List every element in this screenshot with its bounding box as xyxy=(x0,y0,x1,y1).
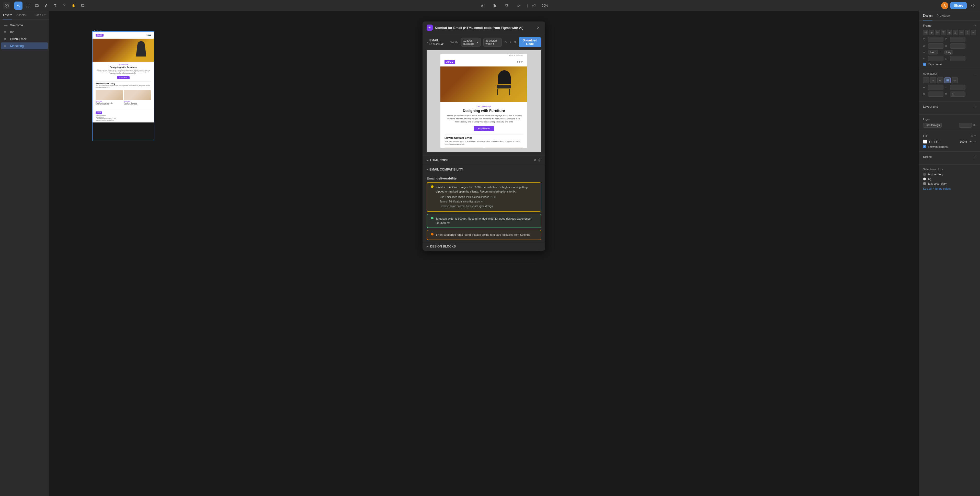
tab-prototype[interactable]: Prototype xyxy=(937,11,950,21)
x-input[interactable]: -300 xyxy=(928,37,943,42)
mini-text: Unleash your inner designer as we explor… xyxy=(95,69,151,75)
sidebar-item-welcome[interactable]: — Welcome xyxy=(1,22,48,29)
fill-hex-value[interactable]: FFFFFF xyxy=(929,140,958,143)
distribute-v[interactable]: ⋮ xyxy=(965,30,970,35)
more-align[interactable]: ··· xyxy=(971,30,976,35)
padding-input[interactable]: 0 xyxy=(950,85,966,90)
w-mode-select[interactable]: Fixed xyxy=(928,50,938,54)
fill-color-swatch[interactable] xyxy=(923,140,927,144)
warn-text: Email size is 2 mb. Larger than 100 kb e… xyxy=(436,185,537,209)
sel-color-dot-2[interactable] xyxy=(923,177,926,180)
shape-tool[interactable] xyxy=(33,2,41,10)
frame-preview[interactable]: ACME f t 📷 Our new article Designing wit… xyxy=(92,32,154,123)
sidebar-item-blush-email[interactable]: ≡ Blush-Email xyxy=(1,35,48,42)
sidebar-item-02[interactable]: ≡ 02 xyxy=(1,29,48,35)
inspect-tool[interactable]: ⧉ xyxy=(503,2,511,10)
modal-close-button[interactable]: ✕ xyxy=(535,24,541,31)
sel-color-dot-3[interactable] xyxy=(923,182,926,185)
align-center-h[interactable]: ⊕ xyxy=(929,30,934,35)
fill-add-icon[interactable]: + xyxy=(974,134,976,137)
width-select[interactable]: 1280px (Laptop) ▾ xyxy=(461,38,480,46)
tab-design[interactable]: Design xyxy=(923,11,932,21)
dir-more[interactable]: ··· xyxy=(951,77,958,83)
see-all-colors-link[interactable]: See all 7 library colors xyxy=(923,187,976,190)
auto-layout-minus[interactable]: − xyxy=(974,72,976,75)
fit-select[interactable]: fit-device-width ▾ xyxy=(484,38,502,47)
user-avatar[interactable]: A xyxy=(941,2,948,9)
info-icon[interactable]: ⓘ xyxy=(538,158,541,162)
sel-color-dot-1[interactable] xyxy=(923,173,926,176)
rotation-input[interactable]: 0° xyxy=(928,56,943,61)
radius-icon: ◻ xyxy=(945,57,948,60)
design-blocks-section[interactable]: ▶ DESIGN BLOCKS xyxy=(423,242,545,251)
bullet-text-1: Use Embedded image links instead of Base… xyxy=(440,195,493,199)
html-code-header[interactable]: ▶ HTML CODE ⧉ ⓘ xyxy=(423,155,545,165)
component-tool[interactable] xyxy=(60,2,68,10)
download-code-button[interactable]: Download Code xyxy=(519,37,541,47)
code-view-btn[interactable] xyxy=(969,2,977,10)
preview-play[interactable]: ▷ xyxy=(515,2,523,10)
dir-right[interactable]: → xyxy=(930,77,936,83)
refresh-icon[interactable]: ↻ xyxy=(504,40,507,44)
settings-icon[interactable]: ⚙ xyxy=(514,40,516,44)
padding-h-input[interactable]: 0 xyxy=(928,91,943,97)
sidebar-item-marketing[interactable]: ≡ Marketing xyxy=(1,42,48,49)
blend-mode-select[interactable]: Pass through xyxy=(923,123,942,128)
page-indicator[interactable]: Page 1 ▾ xyxy=(35,13,46,19)
layout-grid-add[interactable]: + xyxy=(974,105,976,108)
opacity-input[interactable]: 100% xyxy=(959,123,972,128)
html-code-section: ▶ HTML CODE ⧉ ⓘ xyxy=(423,155,545,165)
fill-expand-icon[interactable]: ⊞ xyxy=(970,134,973,137)
dir-align[interactable]: ⊞ xyxy=(945,77,951,83)
pen-tool[interactable] xyxy=(42,2,50,10)
padding-v-input[interactable] xyxy=(950,91,966,97)
frame-collapse-btn[interactable]: ▾ xyxy=(974,24,976,27)
ep-read-more[interactable]: Read More xyxy=(474,126,494,131)
distribute-h[interactable]: ⋯ xyxy=(959,30,964,35)
comment-tool[interactable] xyxy=(79,2,87,10)
frame-tool[interactable] xyxy=(24,2,32,10)
h-mode-select[interactable]: Hug xyxy=(945,50,953,54)
align-top[interactable]: ⊤ xyxy=(941,30,946,35)
h-input[interactable]: 1578 xyxy=(950,43,966,49)
copy-icon[interactable]: ⧉ xyxy=(534,158,536,162)
padding-h-icon: ⊟ xyxy=(923,93,927,96)
text-tool[interactable]: T xyxy=(51,2,59,10)
mini-cards: What's new Multifunctional Marvels Disco… xyxy=(95,90,151,105)
clip-content-checkbox[interactable]: ✓ xyxy=(923,63,926,66)
zoom-level[interactable]: 50% xyxy=(540,3,550,8)
dir-wrap[interactable]: ↩ xyxy=(937,77,943,83)
dir-down[interactable]: ↓ xyxy=(923,77,929,83)
gear-icon-2[interactable]: ⚙ xyxy=(481,200,484,204)
hand-tool[interactable]: ✋ xyxy=(70,2,78,10)
fill-eye-icon[interactable]: 👁 xyxy=(969,140,972,144)
compat-header[interactable]: ▾ EMAIL COMPATIBILITY xyxy=(423,165,545,174)
tool-group: ↖ T ✋ xyxy=(14,2,87,10)
select-tool[interactable]: ↖ xyxy=(14,2,22,10)
send-icon[interactable]: ✈ xyxy=(509,40,511,44)
align-left[interactable]: ⊣ xyxy=(923,30,928,35)
show-in-exports-checkbox[interactable]: ✓ xyxy=(923,145,926,148)
browser-link[interactable]: View in browser xyxy=(444,54,523,56)
align-right[interactable]: ⊢ xyxy=(935,30,940,35)
tab-layers[interactable]: Layers xyxy=(3,13,12,19)
padding-icon: ⇕ xyxy=(945,86,948,89)
preview-toggle[interactable]: ▾ xyxy=(426,41,428,44)
y-input[interactable]: -787 xyxy=(950,37,966,42)
gap-input[interactable]: 0 xyxy=(928,85,943,90)
share-button[interactable]: Share xyxy=(950,2,967,9)
fill-minus-icon[interactable]: − xyxy=(974,140,976,144)
fill-opacity-value[interactable]: 100% xyxy=(960,140,967,143)
align-bottom[interactable]: ⊥ xyxy=(953,30,958,35)
theme-tool[interactable]: ◑ xyxy=(490,2,498,10)
app-logo[interactable] xyxy=(3,2,10,9)
align-center-v[interactable]: ⊞ xyxy=(947,30,952,35)
radius-input[interactable]: 0 xyxy=(950,56,966,61)
tab-assets[interactable]: Assets xyxy=(16,13,25,19)
w-input[interactable]: 600 xyxy=(928,43,943,49)
gear-icon-1[interactable]: ⚙ xyxy=(493,195,496,199)
assets-tool[interactable]: ◈ xyxy=(478,2,486,10)
accessibility-label[interactable]: A? xyxy=(532,4,536,7)
eye-icon[interactable]: 👁 xyxy=(973,123,976,127)
stroke-add-icon[interactable]: + xyxy=(974,155,976,159)
